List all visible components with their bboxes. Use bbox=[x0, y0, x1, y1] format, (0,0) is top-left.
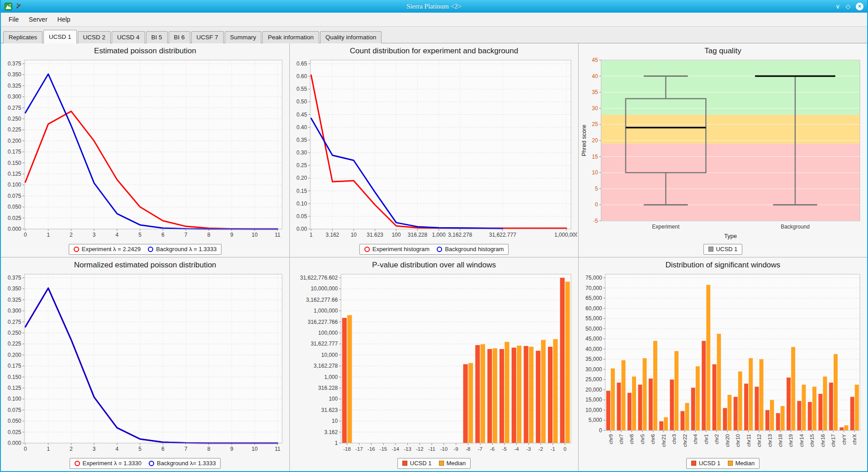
svg-text:0.40: 0.40 bbox=[297, 124, 307, 131]
svg-text:10: 10 bbox=[351, 232, 357, 238]
svg-text:9: 9 bbox=[230, 232, 233, 238]
svg-text:45: 45 bbox=[592, 57, 598, 63]
panel-estimated-poisson: Estimated poisson distribution 0.0000.02… bbox=[1, 43, 289, 257]
svg-text:chr1: chr1 bbox=[703, 434, 709, 444]
menu-bar: FileServerHelp bbox=[1, 13, 867, 27]
svg-text:chr8: chr8 bbox=[629, 434, 634, 444]
svg-text:60,000: 60,000 bbox=[585, 305, 602, 312]
tab-bar: ReplicatesUCSD 1UCSD 2UCSD 4BI 5BI 6UCSF… bbox=[1, 27, 867, 43]
svg-text:1,000,000: 1,000,000 bbox=[314, 308, 338, 314]
legend-label: UCSD 1 bbox=[410, 460, 432, 467]
svg-text:-8: -8 bbox=[466, 446, 470, 452]
svg-text:0.35: 0.35 bbox=[297, 137, 307, 143]
legend-item: Experiment histogram bbox=[364, 246, 429, 252]
svg-text:40: 40 bbox=[592, 73, 598, 79]
svg-text:10,000: 10,000 bbox=[585, 407, 602, 413]
tab-quality-information[interactable]: Quality information bbox=[320, 31, 382, 43]
svg-text:9: 9 bbox=[230, 446, 233, 452]
svg-text:chr21: chr21 bbox=[661, 434, 666, 447]
menu-file[interactable]: File bbox=[4, 14, 24, 25]
legend-marker bbox=[402, 461, 407, 466]
tab-ucsd-2[interactable]: UCSD 2 bbox=[78, 31, 111, 43]
tab-summary[interactable]: Summary bbox=[225, 31, 262, 43]
svg-text:100: 100 bbox=[392, 232, 401, 238]
svg-text:0: 0 bbox=[24, 232, 27, 238]
svg-text:chrX: chrX bbox=[852, 434, 857, 445]
svg-text:-4: -4 bbox=[514, 446, 519, 452]
legend-label: Experiment λ = 1.3330 bbox=[83, 460, 142, 467]
svg-text:0.45: 0.45 bbox=[297, 112, 307, 118]
svg-text:chrY: chrY bbox=[841, 434, 847, 445]
svg-text:1,000,000: 1,000,000 bbox=[554, 232, 577, 238]
svg-text:0: 0 bbox=[563, 446, 566, 452]
svg-text:3.162: 3.162 bbox=[324, 429, 338, 435]
chart-legend: Experiment λ = 2.2429Background λ = 1.33… bbox=[69, 244, 222, 255]
chart-grid: Estimated poisson distribution 0.0000.02… bbox=[1, 43, 867, 471]
svg-text:316.228: 316.228 bbox=[408, 232, 428, 238]
svg-text:chr2: chr2 bbox=[714, 434, 719, 444]
svg-text:30,000: 30,000 bbox=[585, 366, 602, 373]
tab-peak-information[interactable]: Peak information bbox=[262, 31, 319, 43]
svg-text:0.225: 0.225 bbox=[8, 341, 21, 347]
svg-text:0.05: 0.05 bbox=[297, 213, 307, 220]
tab-ucsf-7[interactable]: UCSF 7 bbox=[191, 31, 224, 43]
legend-item: Background λ= 1.3333 bbox=[149, 460, 216, 467]
svg-text:11: 11 bbox=[275, 232, 281, 238]
svg-text:6: 6 bbox=[161, 446, 165, 452]
svg-text:45,000: 45,000 bbox=[585, 336, 602, 342]
svg-text:0.225: 0.225 bbox=[8, 126, 21, 133]
maximize-button[interactable]: ◇ bbox=[845, 3, 850, 9]
svg-text:5,000: 5,000 bbox=[589, 417, 602, 423]
svg-text:chr5: chr5 bbox=[640, 434, 645, 444]
svg-text:0: 0 bbox=[24, 446, 27, 452]
tab-bi-6[interactable]: BI 6 bbox=[169, 31, 190, 43]
svg-text:0.250: 0.250 bbox=[8, 116, 21, 122]
svg-text:0.275: 0.275 bbox=[8, 319, 21, 325]
svg-text:0.125: 0.125 bbox=[8, 171, 21, 177]
legend-item: Background λ = 1.3333 bbox=[148, 246, 217, 252]
legend-marker bbox=[148, 247, 153, 252]
chart-title: Distribution of significant windows bbox=[665, 260, 780, 270]
svg-text:chr13: chr13 bbox=[767, 434, 773, 447]
menu-server[interactable]: Server bbox=[24, 14, 52, 25]
svg-text:-1: -1 bbox=[551, 446, 555, 452]
panel-significant-windows: Distribution of significant windows 05,0… bbox=[579, 257, 867, 471]
svg-text:0.10: 0.10 bbox=[297, 201, 307, 207]
svg-text:0.65: 0.65 bbox=[297, 61, 307, 67]
svg-text:25,000: 25,000 bbox=[585, 376, 602, 383]
estimated-poisson-chart: 0.0000.0250.0500.0750.1000.1250.1500.175… bbox=[2, 56, 288, 242]
svg-text:8: 8 bbox=[207, 232, 210, 238]
panel-count-distribution: Count distribution for experiment and ba… bbox=[290, 43, 578, 257]
svg-text:100,000: 100,000 bbox=[318, 330, 338, 336]
svg-text:chr3: chr3 bbox=[671, 434, 677, 444]
svg-text:0.075: 0.075 bbox=[8, 407, 21, 413]
tab-ucsd-1[interactable]: UCSD 1 bbox=[43, 30, 77, 43]
svg-text:10: 10 bbox=[592, 169, 598, 176]
app-mountain-icon bbox=[5, 3, 12, 10]
svg-text:6: 6 bbox=[161, 232, 165, 238]
svg-text:Type: Type bbox=[724, 233, 737, 239]
svg-text:0.250: 0.250 bbox=[8, 330, 21, 336]
svg-text:31,622.777: 31,622.777 bbox=[489, 232, 516, 238]
svg-text:0.20: 0.20 bbox=[297, 175, 307, 181]
svg-text:-3: -3 bbox=[526, 446, 531, 452]
svg-text:0.25: 0.25 bbox=[297, 162, 307, 168]
svg-text:-18: -18 bbox=[343, 446, 351, 452]
legend-item: Median bbox=[439, 460, 466, 467]
minimize-button[interactable]: ∨ bbox=[835, 3, 840, 9]
legend-label: UCSD 1 bbox=[716, 246, 738, 252]
menu-help[interactable]: Help bbox=[52, 14, 75, 25]
tab-replicates[interactable]: Replicates bbox=[3, 31, 42, 43]
svg-text:1: 1 bbox=[47, 446, 50, 452]
tab-bi-5[interactable]: BI 5 bbox=[146, 31, 168, 43]
title-bar[interactable]: Sierra Platinum <2> ∨ ◇ × bbox=[1, 0, 867, 13]
legend-item: UCSD 1 bbox=[402, 460, 432, 467]
svg-text:-15: -15 bbox=[380, 446, 387, 452]
svg-text:1: 1 bbox=[47, 232, 50, 238]
tab-ucsd-4[interactable]: UCSD 4 bbox=[112, 31, 145, 43]
svg-text:30: 30 bbox=[592, 105, 598, 112]
close-button[interactable]: × bbox=[856, 3, 863, 10]
legend-marker bbox=[75, 461, 80, 466]
legend-marker bbox=[149, 461, 154, 466]
svg-text:chr20: chr20 bbox=[725, 434, 730, 447]
